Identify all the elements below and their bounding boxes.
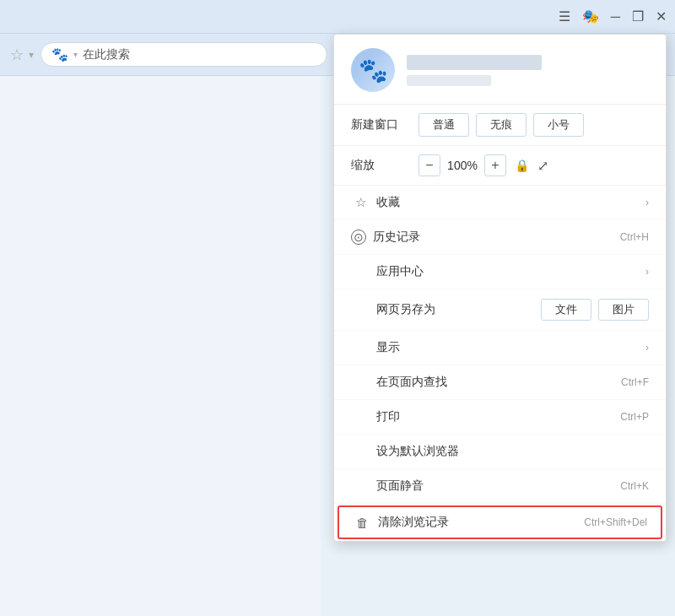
zoom-lock-icon[interactable]: 🔒 xyxy=(515,159,529,172)
history-icon: ⊙ xyxy=(351,230,366,245)
menu-item-display[interactable]: 显示 › xyxy=(334,331,666,365)
small-window-button[interactable]: 小号 xyxy=(533,113,584,137)
maximize-icon[interactable]: ❐ xyxy=(632,8,644,24)
zoom-plus-button[interactable]: + xyxy=(484,154,506,176)
clearbrowsing-shortcut: Ctrl+Shift+Del xyxy=(584,516,647,528)
mute-shortcut: Ctrl+K xyxy=(620,480,649,492)
mute-label: 页面静音 xyxy=(376,478,620,494)
close-icon[interactable]: ✕ xyxy=(656,8,667,24)
savepage-buttons: 文件 图片 xyxy=(541,299,649,321)
new-window-row: 新建窗口 普通 无痕 小号 xyxy=(334,105,666,146)
favorites-arrow-icon: › xyxy=(645,197,649,208)
menu-item-print[interactable]: 打印 Ctrl+P xyxy=(334,400,666,435)
title-bar-controls: ☰ 🎭 ─ ❐ ✕ xyxy=(559,8,667,24)
menu-item-favorites[interactable]: ☆ 收藏 › xyxy=(334,186,666,220)
appstore-arrow-icon: › xyxy=(645,266,649,278)
appstore-label: 应用中心 xyxy=(376,264,645,279)
browser-content xyxy=(0,76,321,616)
history-label: 历史记录 xyxy=(373,230,620,245)
save-image-button[interactable]: 图片 xyxy=(598,299,649,321)
menu-item-setdefault[interactable]: 设为默认浏览器 xyxy=(334,435,666,469)
findinpage-label: 在页面内查找 xyxy=(376,375,621,390)
menu-item-clearbrowsing[interactable]: 🗑 清除浏览记录 Ctrl+Shift+Del xyxy=(338,505,662,539)
clearbrowsing-label: 清除浏览记录 xyxy=(378,515,584,530)
zoom-expand-icon[interactable]: ⤢ xyxy=(537,158,548,174)
skin-icon[interactable]: 🎭 xyxy=(582,8,599,24)
zoom-label: 缩放 xyxy=(351,158,410,173)
zoom-row: 缩放 − 100% + 🔒 ⤢ xyxy=(334,146,666,186)
new-window-label: 新建窗口 xyxy=(351,117,410,132)
incognito-window-button[interactable]: 无痕 xyxy=(476,113,526,137)
zoom-controls: − 100% + 🔒 ⤢ xyxy=(418,154,548,176)
display-label: 显示 xyxy=(376,340,645,355)
print-shortcut: Ctrl+P xyxy=(620,411,649,423)
address-input-container[interactable]: 🐾 ▾ 在此搜索 xyxy=(40,42,327,67)
print-label: 打印 xyxy=(376,409,620,424)
profile-sub-placeholder xyxy=(407,75,491,86)
browser-frame: ☰ 🎭 ─ ❐ ✕ ☆ ▾ 🐾 ▾ 在此搜索 🐾 xyxy=(0,0,675,616)
context-menu: 🐾 新建窗口 普通 无痕 小号 缩放 − 100% + 🔒 xyxy=(333,34,667,542)
menu-item-appstore[interactable]: 应用中心 › xyxy=(334,255,666,289)
menu-item-history[interactable]: ⊙ 历史记录 Ctrl+H xyxy=(334,220,666,255)
clearbrowsing-icon: 🗑 xyxy=(353,516,371,530)
favorites-icon: ☆ xyxy=(351,195,370,210)
profile-info xyxy=(407,55,649,86)
avatar: 🐾 xyxy=(351,48,395,92)
zoom-value-display: 100% xyxy=(446,159,479,172)
setdefault-label: 设为默认浏览器 xyxy=(376,444,649,459)
title-bar: ☰ 🎭 ─ ❐ ✕ xyxy=(0,0,675,34)
minimize-icon[interactable]: ─ xyxy=(611,9,620,24)
avatar-paw-icon: 🐾 xyxy=(359,57,388,84)
history-shortcut: Ctrl+H xyxy=(620,231,649,243)
dropdown-arrow-small-icon[interactable]: ▾ xyxy=(73,50,78,59)
window-type-buttons: 普通 无痕 小号 xyxy=(418,113,584,137)
favorites-label: 收藏 xyxy=(376,195,645,210)
address-text: 在此搜索 xyxy=(83,47,130,62)
menu-item-findinpage[interactable]: 在页面内查找 Ctrl+F xyxy=(334,365,666,400)
dropdown-arrow-icon[interactable]: ▾ xyxy=(29,49,34,61)
save-file-button[interactable]: 文件 xyxy=(541,299,591,321)
address-bar-left: ☆ ▾ xyxy=(10,46,34,64)
paw-icon: 🐾 xyxy=(51,46,68,62)
findinpage-shortcut: Ctrl+F xyxy=(621,376,649,388)
profile-name-placeholder xyxy=(407,55,542,70)
menu-item-savepage[interactable]: 网页另存为 文件 图片 xyxy=(334,289,666,331)
zoom-minus-button[interactable]: − xyxy=(418,154,440,176)
bookmark-star-icon[interactable]: ☆ xyxy=(10,46,24,64)
savepage-label: 网页另存为 xyxy=(376,302,541,317)
profile-section: 🐾 xyxy=(334,35,666,105)
menu-icon[interactable]: ☰ xyxy=(559,8,570,24)
menu-item-mute[interactable]: 页面静音 Ctrl+K xyxy=(334,469,666,504)
normal-window-button[interactable]: 普通 xyxy=(418,113,469,137)
display-arrow-icon: › xyxy=(645,342,649,354)
